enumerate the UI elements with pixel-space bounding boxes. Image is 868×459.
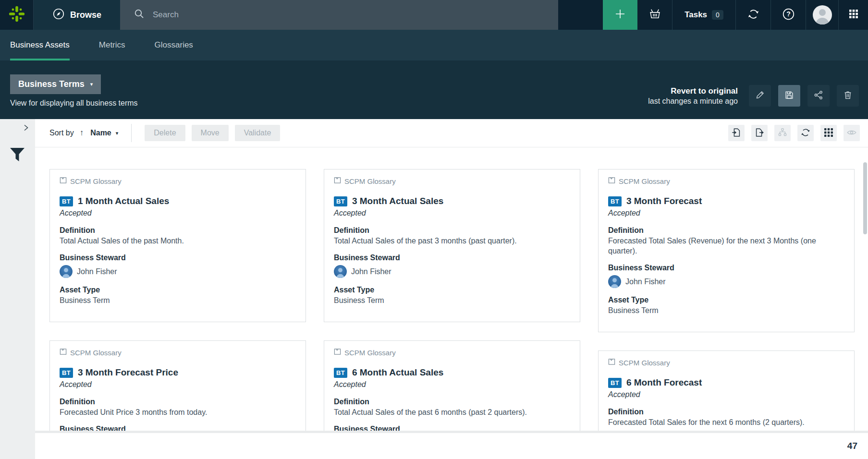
- asset-card[interactable]: SCPM Glossary BT 3 Month Actual Sales Ac…: [324, 169, 580, 322]
- app-logo[interactable]: [0, 0, 34, 30]
- view-header: Business Terms ▾ View for displaying all…: [0, 60, 868, 119]
- card-domain: SCPM Glossary: [334, 348, 570, 357]
- hierarchy-view-button[interactable]: [774, 125, 791, 141]
- asset-type-section: Asset Type Business Term: [334, 285, 570, 305]
- steward-avatar: [60, 265, 73, 278]
- definition-label: Definition: [60, 397, 296, 407]
- card-title[interactable]: 1 Month Actual Sales: [78, 196, 169, 206]
- help-button[interactable]: ?: [770, 0, 806, 30]
- card-title[interactable]: 3 Month Forecast: [626, 196, 702, 206]
- definition-section: Definition Total Actual Sales of the pas…: [334, 225, 570, 246]
- export-icon: [754, 127, 765, 139]
- top-navbar: Browse Tasks 0: [0, 0, 868, 30]
- filter-rail: [0, 119, 35, 459]
- asset-type-badge: BT: [60, 196, 73, 206]
- grid-view-icon: [824, 128, 833, 139]
- card-domain: SCPM Glossary: [334, 177, 570, 185]
- steward-name: John Fisher: [625, 278, 666, 286]
- share-icon: [813, 90, 824, 102]
- steward-label: Business Steward: [334, 424, 570, 431]
- tasks-button[interactable]: Tasks 0: [672, 0, 735, 30]
- asset-card[interactable]: SCPM Glossary BT 6 Month Forecast Accept…: [598, 350, 855, 431]
- domain-name: SCPM Glossary: [619, 177, 670, 185]
- view-title: Business Terms: [18, 79, 85, 89]
- asset-type-label: Asset Type: [608, 295, 844, 305]
- asset-type-value: Business Term: [334, 295, 570, 305]
- tab-business-assets[interactable]: Business Assets: [10, 30, 70, 60]
- validate-button[interactable]: Validate: [235, 125, 281, 141]
- revert-subtitle: last changes a minute ago: [648, 96, 738, 106]
- refresh-icon: [800, 127, 811, 139]
- definition-section: Definition Forecasted Total Sales (Reven…: [608, 225, 844, 256]
- browse-menu-button[interactable]: Browse: [34, 0, 120, 30]
- edit-view-button[interactable]: [749, 85, 771, 107]
- chevron-down-icon: ▾: [116, 130, 119, 136]
- move-button[interactable]: Move: [192, 125, 229, 141]
- apps-grid-button[interactable]: [838, 0, 868, 30]
- pencil-icon: [755, 90, 765, 102]
- create-button[interactable]: [603, 0, 637, 30]
- card-title[interactable]: 3 Month Forecast Price: [78, 367, 178, 378]
- asset-card[interactable]: SCPM Glossary BT 6 Month Actual Sales Ac…: [324, 340, 580, 431]
- search-input[interactable]: [153, 10, 550, 20]
- sort-ascending-icon[interactable]: ↑: [80, 128, 84, 138]
- share-view-button[interactable]: [807, 85, 830, 107]
- export-button[interactable]: [751, 125, 768, 141]
- user-menu-button[interactable]: [806, 0, 838, 30]
- browse-label: Browse: [70, 10, 101, 20]
- tab-glossaries[interactable]: Glossaries: [155, 30, 193, 60]
- section-tabs: Business Assets Metrics Glossaries: [0, 30, 868, 60]
- sync-status-button[interactable]: [735, 0, 770, 30]
- card-domain: SCPM Glossary: [608, 177, 844, 185]
- results-toolbar: Sort by ↑ Name ▾ Delete Move Validate: [35, 119, 868, 147]
- plus-icon: [614, 8, 626, 22]
- asset-card[interactable]: SCPM Glossary BT 3 Month Forecast Price …: [49, 340, 306, 431]
- preview-button[interactable]: [844, 125, 860, 141]
- trash-icon: [843, 90, 853, 102]
- steward-label: Business Steward: [608, 263, 844, 273]
- view-selector-button[interactable]: Business Terms ▾: [10, 74, 101, 94]
- save-view-button[interactable]: [778, 85, 800, 107]
- card-title[interactable]: 6 Month Forecast: [626, 377, 702, 388]
- asset-type-badge: BT: [334, 196, 347, 206]
- results-footer: 47: [35, 431, 868, 459]
- tab-metrics[interactable]: Metrics: [99, 30, 125, 60]
- definition-text: Total Actual Sales of the past 3 months …: [334, 236, 570, 246]
- definition-section: Definition Total Actual Sales of the pas…: [60, 225, 296, 246]
- steward-row: John Fisher: [334, 265, 570, 278]
- revert-to-original-link[interactable]: Revert to original last changes a minute…: [648, 86, 738, 106]
- import-button[interactable]: [728, 125, 745, 141]
- delete-view-button[interactable]: [837, 85, 859, 107]
- sync-arrows-icon: [747, 8, 760, 23]
- chevron-down-icon: ▾: [90, 81, 93, 87]
- card-domain: SCPM Glossary: [60, 177, 296, 185]
- card-column: SCPM Glossary BT 3 Month Actual Sales Ac…: [324, 169, 580, 431]
- delete-button[interactable]: Delete: [145, 125, 185, 141]
- asset-type-label: Asset Type: [60, 285, 296, 295]
- save-icon: [784, 90, 795, 102]
- global-search[interactable]: [120, 0, 558, 30]
- refresh-button[interactable]: [797, 125, 814, 141]
- search-icon: [134, 8, 145, 22]
- expand-panel-button[interactable]: [21, 123, 31, 134]
- glossary-icon: [334, 177, 341, 185]
- steward-section: Business Steward John Fisher: [334, 253, 570, 278]
- tile-view-button[interactable]: [820, 125, 837, 141]
- data-basket-button[interactable]: [637, 0, 672, 30]
- svg-text:?: ?: [786, 10, 791, 18]
- sort-field-dropdown[interactable]: Name ▾: [90, 129, 118, 137]
- vertical-scrollbar-thumb[interactable]: [863, 162, 867, 234]
- basket-icon: [648, 8, 661, 23]
- tab-label: Business Assets: [10, 40, 70, 50]
- main-area: Sort by ↑ Name ▾ Delete Move Validate: [0, 119, 868, 459]
- status-label: Accepted: [334, 209, 570, 217]
- filter-funnel-icon[interactable]: [9, 146, 26, 165]
- steward-section: Business Steward: [60, 424, 296, 431]
- asset-card[interactable]: SCPM Glossary BT 1 Month Actual Sales Ac…: [49, 169, 306, 322]
- card-title[interactable]: 3 Month Actual Sales: [352, 196, 443, 206]
- asset-type-badge: BT: [60, 368, 73, 378]
- user-avatar: [813, 5, 832, 24]
- asset-card[interactable]: SCPM Glossary BT 3 Month Forecast Accept…: [598, 169, 855, 332]
- card-title[interactable]: 6 Month Actual Sales: [352, 367, 443, 378]
- card-column: SCPM Glossary BT 1 Month Actual Sales Ac…: [49, 169, 306, 431]
